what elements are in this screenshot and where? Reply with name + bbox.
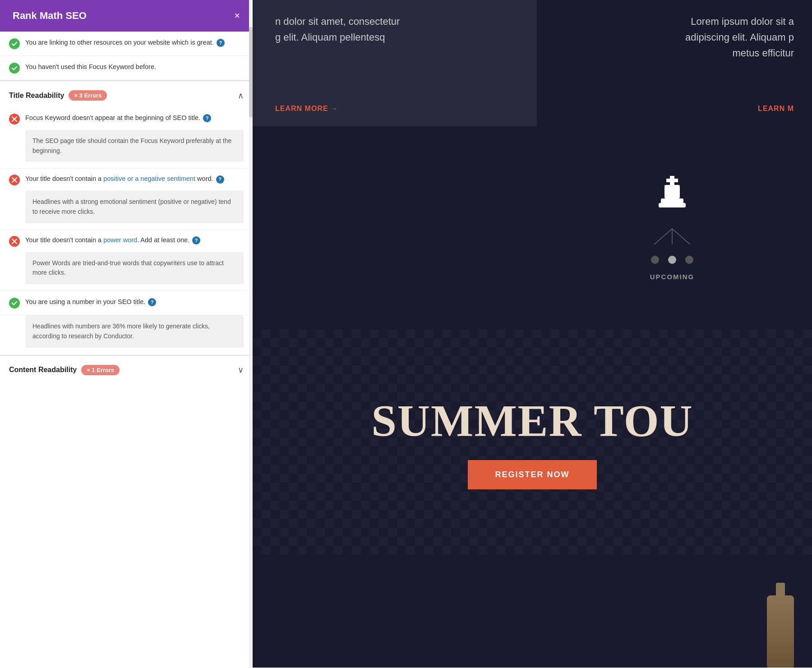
success-icon-number: [9, 298, 20, 309]
check-linking: You are linking to other resources on yo…: [0, 32, 253, 56]
hint-box-1: The SEO page title should contain the Fo…: [25, 130, 244, 162]
title-readability-label: Title Readability: [9, 92, 64, 100]
error-text-1: Focus Keyword doesn't appear at the begi…: [25, 113, 244, 123]
error-power-word: Your title doesn't contain a power word.…: [0, 230, 253, 291]
website-hero-section: SUMMER TOU REGISTER NOW: [253, 329, 812, 555]
content-readability-title-row: Content Readability × 1 Errors: [9, 365, 120, 375]
error-text-2: Your title doesn't contain a positive or…: [25, 174, 244, 184]
dot-3: [685, 256, 693, 264]
website-background: n dolor sit amet, consecteturg elit. Ali…: [253, 0, 812, 668]
svg-line-7: [672, 229, 690, 244]
check-focus-keyword-text: You haven't used this Focus Keyword befo…: [25, 62, 244, 72]
content-readability-badge: × 1 Errors: [81, 365, 120, 375]
content-readability-section[interactable]: Content Readability × 1 Errors ∨: [0, 355, 253, 382]
hierarchy-dots: [651, 256, 693, 264]
chess-king-icon: [656, 175, 688, 217]
col1-text: n dolor sit amet, consecteturg elit. Ali…: [275, 14, 514, 45]
register-now-button[interactable]: REGISTER NOW: [468, 460, 596, 489]
learn-more-btn-1[interactable]: LEARN MORE →: [275, 105, 514, 113]
seo-panel: Rank Math SEO × You are linking to other…: [0, 0, 253, 668]
bottle-area: [253, 555, 812, 668]
close-button[interactable]: ×: [234, 11, 240, 21]
svg-rect-2: [664, 185, 680, 198]
panel-header: Rank Math SEO ×: [0, 0, 253, 32]
success-icon-linking: [9, 38, 20, 49]
col2-text: Lorem ipsum dolor sit aadipiscing elit. …: [555, 14, 794, 61]
hint-box-2: Headlines with a strong emotional sentim…: [25, 191, 244, 223]
section-title-row: Title Readability × 3 Errors: [9, 90, 107, 101]
scrollbar[interactable]: [249, 0, 253, 668]
check-number-title: You are using a number in your SEO title…: [0, 291, 253, 315]
bottle-body: [767, 595, 794, 668]
website-top-section: n dolor sit amet, consecteturg elit. Ali…: [253, 0, 812, 126]
sentiment-link[interactable]: positive or a negative sentiment: [103, 175, 195, 182]
check-linking-text: You are linking to other resources on yo…: [25, 38, 244, 48]
power-word-link[interactable]: power word: [103, 236, 137, 244]
website-col-right: Lorem ipsum dolor sit aadipiscing elit. …: [537, 0, 812, 126]
dot-2[interactable]: [668, 256, 676, 264]
success-icon-focus: [9, 63, 20, 74]
hero-content: SUMMER TOU REGISTER NOW: [371, 395, 693, 489]
hint-box-3: Power Words are tried-and-true words tha…: [25, 252, 244, 284]
error-header-1: Focus Keyword doesn't appear at the begi…: [9, 108, 244, 130]
upcoming-label: UPCOMING: [650, 273, 695, 281]
svg-line-5: [654, 229, 672, 244]
hierarchy-diagram: [645, 226, 699, 264]
svg-rect-4: [659, 203, 686, 207]
hint-box-number: Headlines with numbers are 36% more like…: [25, 315, 244, 347]
help-icon-3[interactable]: ?: [192, 236, 200, 244]
bottle-neck: [776, 583, 785, 596]
title-readability-section-header[interactable]: Title Readability × 3 Errors ∧: [0, 80, 253, 108]
error-header-3: Your title doesn't contain a power word.…: [9, 230, 244, 252]
error-icon-1: [9, 114, 20, 124]
title-readability-chevron: ∧: [238, 91, 244, 101]
error-sentiment: Your title doesn't contain a positive or…: [0, 169, 253, 230]
help-icon-linking[interactable]: ?: [217, 39, 225, 47]
panel-body[interactable]: You are linking to other resources on yo…: [0, 32, 253, 668]
check-number-title-text: You are using a number in your SEO title…: [25, 297, 244, 307]
content-readability-chevron: ∨: [238, 365, 244, 375]
website-col-left: n dolor sit amet, consecteturg elit. Ali…: [253, 0, 537, 126]
dot-1: [651, 256, 659, 264]
hero-title: SUMMER TOU: [371, 395, 693, 447]
error-icon-2: [9, 175, 20, 185]
svg-rect-1: [666, 179, 678, 182]
help-icon-number[interactable]: ?: [148, 298, 156, 306]
website-mid-right: UPCOMING: [532, 126, 812, 329]
help-icon-2[interactable]: ?: [216, 175, 224, 184]
error-text-3: Your title doesn't contain a power word.…: [25, 235, 244, 245]
website-mid-left: [253, 126, 532, 329]
bottle: [767, 595, 794, 668]
panel-title: Rank Math SEO: [13, 10, 87, 22]
error-header-2: Your title doesn't contain a positive or…: [9, 169, 244, 191]
learn-more-btn-2[interactable]: LEARN M: [758, 105, 794, 113]
scroll-thumb: [249, 27, 253, 117]
error-focus-keyword-position: Focus Keyword doesn't appear at the begi…: [0, 108, 253, 169]
title-readability-badge: × 3 Errors: [69, 90, 107, 101]
error-icon-3: [9, 236, 20, 247]
help-icon-1[interactable]: ?: [203, 114, 211, 122]
website-mid-section: UPCOMING: [253, 126, 812, 329]
hint-number-wrapper: Headlines with numbers are 36% more like…: [0, 315, 253, 355]
check-focus-keyword: You haven't used this Focus Keyword befo…: [0, 56, 253, 80]
content-readability-label: Content Readability: [9, 366, 77, 374]
